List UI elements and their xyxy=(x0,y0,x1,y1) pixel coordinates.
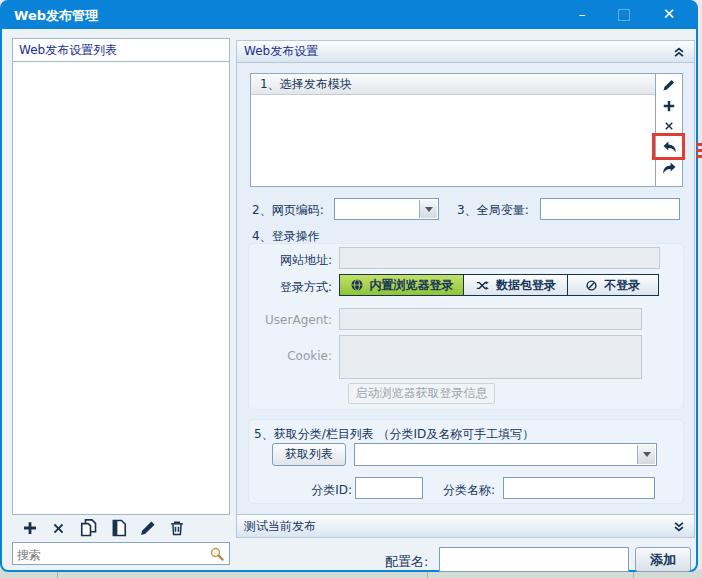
double-chevron-up-icon[interactable] xyxy=(673,46,685,58)
list-paste-button[interactable] xyxy=(108,517,130,539)
global-var-label: 3、全局变量: xyxy=(457,202,529,219)
redo-icon xyxy=(662,161,677,176)
category-select-value xyxy=(355,448,359,462)
annotation-edge-mark xyxy=(696,149,702,152)
module-list-box[interactable]: 1、选择发布模块 xyxy=(250,73,656,187)
module-redo-button[interactable] xyxy=(661,160,677,176)
close-button[interactable]: ✕ xyxy=(652,2,686,29)
category-id-label: 分类ID: xyxy=(294,482,352,499)
category-dropdown-button[interactable] xyxy=(637,445,655,464)
add-icon xyxy=(22,520,38,536)
annotation-edge-mark xyxy=(696,155,702,158)
add-config-label: 添加 xyxy=(650,551,676,569)
login-mode-group: 内置浏览器登录 数据包登录 不登录 xyxy=(339,274,659,296)
config-name-label: 配置名: xyxy=(385,553,428,571)
title-bar[interactable]: Web发布管理 – ✕ xyxy=(2,2,696,29)
site-address-input[interactable] xyxy=(339,247,660,269)
category-name-input[interactable] xyxy=(503,477,655,499)
module-edit-button[interactable] xyxy=(661,77,677,93)
shuffle-icon xyxy=(475,279,490,292)
right-panel-header[interactable]: Web发布设置 xyxy=(236,40,695,63)
maximize-icon xyxy=(618,9,630,21)
fetch-list-button[interactable]: 获取列表 xyxy=(272,443,346,466)
module-add-button[interactable] xyxy=(661,98,677,114)
global-var-input[interactable] xyxy=(540,198,680,220)
launch-browser-label: 启动浏览器获取登录信息 xyxy=(356,385,488,402)
test-publish-label: 测试当前发布 xyxy=(244,519,316,533)
screenshot-root: Web发布管理 – ✕ Web发布设置列表 xyxy=(0,0,702,578)
login-packet-button[interactable]: 数据包登录 xyxy=(463,275,566,295)
login-browser-button[interactable]: 内置浏览器登录 xyxy=(340,275,463,295)
maximize-button[interactable] xyxy=(607,2,641,29)
edit-icon xyxy=(139,519,157,537)
edit-icon xyxy=(662,78,676,92)
add-config-button[interactable]: 添加 xyxy=(635,547,691,572)
no-entry-icon xyxy=(585,279,598,292)
list-edit-button[interactable] xyxy=(138,518,158,538)
login-none-button[interactable]: 不登录 xyxy=(567,275,658,295)
paste-icon xyxy=(109,518,129,538)
annotation-highlight xyxy=(652,133,685,160)
login-packet-label: 数据包登录 xyxy=(496,277,556,294)
double-chevron-down-icon[interactable] xyxy=(673,521,685,533)
module-delete-button[interactable] xyxy=(661,118,677,134)
test-publish-header[interactable]: 测试当前发布 xyxy=(236,514,695,538)
encoding-select[interactable] xyxy=(334,198,439,220)
search-input[interactable] xyxy=(15,545,209,564)
list-copy-button[interactable] xyxy=(77,517,99,539)
minimize-button[interactable]: – xyxy=(565,2,599,29)
category-id-input[interactable] xyxy=(355,477,423,499)
add-icon xyxy=(662,99,676,113)
module-list-title: 1、选择发布模块 xyxy=(251,74,655,95)
list-trash-button[interactable] xyxy=(166,517,188,539)
delete-icon xyxy=(51,521,66,536)
cookie-input[interactable] xyxy=(339,335,642,379)
copy-icon xyxy=(78,518,98,538)
site-address-label: 网站地址: xyxy=(252,252,332,269)
useragent-input[interactable] xyxy=(339,308,642,330)
encoding-dropdown-button[interactable] xyxy=(419,200,437,218)
search-icon[interactable] xyxy=(209,546,225,562)
trash-icon xyxy=(168,519,186,537)
cookie-label: Cookie: xyxy=(252,349,332,363)
launch-browser-button[interactable]: 启动浏览器获取登录信息 xyxy=(348,383,495,404)
login-mode-label: 登录方式: xyxy=(252,279,332,296)
web-publish-window: Web发布管理 – ✕ Web发布设置列表 xyxy=(0,0,698,572)
encoding-value xyxy=(335,203,339,217)
globe-icon xyxy=(350,278,364,292)
chevron-down-icon xyxy=(643,452,651,457)
chevron-down-icon xyxy=(425,207,433,212)
annotation-edge-mark xyxy=(696,143,702,146)
config-name-input[interactable] xyxy=(439,547,629,572)
publish-settings-list[interactable] xyxy=(12,61,230,515)
right-panel-header-label: Web发布设置 xyxy=(244,44,318,58)
useragent-label: UserAgent: xyxy=(252,313,332,327)
left-list-header-label: Web发布设置列表 xyxy=(13,39,229,61)
fetch-list-label: 获取列表 xyxy=(285,446,333,463)
category-name-label: 分类名称: xyxy=(443,482,495,499)
list-delete-button[interactable] xyxy=(49,519,67,537)
login-none-label: 不登录 xyxy=(604,277,640,294)
search-box xyxy=(12,542,230,565)
encoding-label: 2、网页编码: xyxy=(252,202,324,219)
left-list-header: Web发布设置列表 xyxy=(12,38,230,62)
delete-icon xyxy=(663,120,675,132)
category-section-title: 5、获取分类/栏目列表 （分类ID及名称可手工填写） xyxy=(254,426,534,443)
login-browser-label: 内置浏览器登录 xyxy=(370,277,454,294)
list-add-button[interactable] xyxy=(21,519,39,537)
category-select[interactable] xyxy=(354,443,657,466)
